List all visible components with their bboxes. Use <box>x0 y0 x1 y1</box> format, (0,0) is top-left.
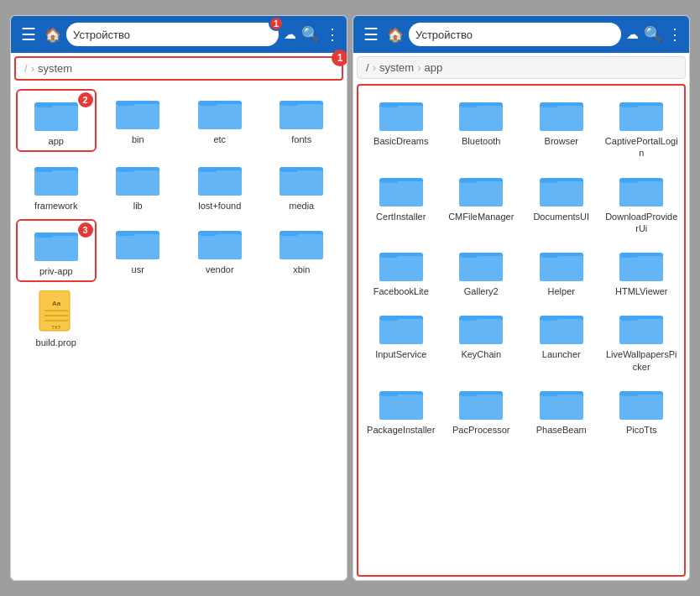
file-item-basicdreams[interactable]: BasicDreams <box>362 91 441 163</box>
svg-rect-34 <box>279 234 323 259</box>
right-panel: ☰ 🏠 Устройство ✕ ☁ 🔍 ⋮ / › system › app … <box>353 15 690 581</box>
svg-rect-92 <box>379 395 423 420</box>
file-item-picotts[interactable]: PicoTts <box>603 379 682 439</box>
file-item-inputservice[interactable]: InputService <box>362 304 441 376</box>
svg-text:TXT: TXT <box>51 325 61 330</box>
file-item-certinstaller[interactable]: CertInstaller <box>362 166 441 238</box>
usr-label: usr <box>132 264 144 275</box>
file-item-vendor[interactable]: vendor <box>180 219 260 282</box>
svg-rect-26 <box>36 233 53 238</box>
right-breadcrumb-pill[interactable]: Устройство ✕ <box>409 23 621 46</box>
bluetooth-label: Bluetooth <box>462 135 500 147</box>
right-hamburger-icon[interactable]: ☰ <box>360 23 382 46</box>
left-path-badge: 1 <box>332 50 347 66</box>
file-item-buildprop[interactable]: Aa TXT build.prop <box>16 285 97 352</box>
file-item-app[interactable]: 2 app <box>16 89 97 152</box>
file-item-cmfilemanager[interactable]: CMFileManager <box>442 166 521 238</box>
file-item-bin[interactable]: bin <box>98 89 179 152</box>
framework-folder-icon <box>34 160 78 197</box>
left-close-icon[interactable]: ✕ <box>130 29 139 41</box>
picotts-folder-icon <box>619 384 663 421</box>
file-item-phasebeam[interactable]: PhaseBeam <box>522 379 601 439</box>
svg-rect-84 <box>461 316 478 321</box>
file-item-facebooklite[interactable]: FacebookLite <box>362 241 441 301</box>
svg-rect-60 <box>461 178 478 183</box>
file-item-pacprocessor[interactable]: PacProcessor <box>442 379 521 439</box>
svg-rect-71 <box>459 256 503 281</box>
file-item-framework[interactable]: framework <box>16 155 97 215</box>
livewallpaperspicker-label: LiveWallpapersPicker <box>604 348 680 373</box>
certinstaller-folder-icon <box>379 171 423 208</box>
file-item-lostfound[interactable]: lost+found <box>180 155 260 215</box>
right-close-icon[interactable]: ✕ <box>473 29 482 41</box>
file-item-xbin[interactable]: xbin <box>262 219 342 282</box>
file-item-media[interactable]: media <box>262 155 342 215</box>
svg-rect-95 <box>459 395 503 420</box>
svg-rect-68 <box>379 256 423 281</box>
picotts-label: PicoTts <box>626 424 657 436</box>
media-label: media <box>289 200 314 212</box>
svg-rect-5 <box>118 101 134 106</box>
file-item-helper[interactable]: Helper <box>522 241 601 301</box>
right-path-root: / <box>366 61 369 74</box>
hamburger-icon[interactable]: ☰ <box>18 23 39 46</box>
file-item-captiveportallogin[interactable]: CaptivePortalLogin <box>603 91 682 163</box>
file-item-livewallpaperspicker[interactable]: LiveWallpapersPicker <box>603 304 682 376</box>
file-item-browser[interactable]: Browser <box>522 91 601 163</box>
svg-rect-77 <box>619 256 663 281</box>
file-item-launcher[interactable]: Launcher <box>522 304 601 376</box>
file-item-packageinstaller[interactable]: PackageInstaller <box>362 379 441 439</box>
right-breadcrumb-text: Устройство <box>415 29 473 41</box>
svg-rect-13 <box>34 170 78 196</box>
left-path-root: / <box>24 62 28 75</box>
file-item-bluetooth[interactable]: Bluetooth <box>442 91 521 163</box>
svg-rect-35 <box>281 231 298 236</box>
svg-rect-66 <box>621 178 638 183</box>
left-breadcrumb-pill[interactable]: Устройство ✕ 1 <box>66 23 279 46</box>
right-path-bar: / › system › app <box>357 56 686 79</box>
svg-rect-75 <box>541 253 558 258</box>
svg-rect-101 <box>619 395 663 420</box>
app-folder-icon <box>34 96 78 133</box>
svg-rect-89 <box>619 319 663 344</box>
etc-folder-icon <box>198 94 242 131</box>
keychain-label: KeyChain <box>461 348 501 360</box>
file-item-htmlviewer[interactable]: HTMLViewer <box>603 241 682 301</box>
left-search-icon[interactable]: 🔍 <box>301 25 320 44</box>
vendor-folder-icon <box>198 224 242 261</box>
inputservice-folder-icon <box>379 309 423 346</box>
file-item-etc[interactable]: etc <box>180 89 260 152</box>
svg-rect-2 <box>36 102 53 107</box>
svg-rect-44 <box>379 106 423 131</box>
file-item-usr[interactable]: usr <box>98 219 179 282</box>
app-badge: 2 <box>78 92 93 107</box>
home-icon[interactable]: 🏠 <box>44 27 61 43</box>
svg-rect-31 <box>198 234 242 259</box>
svg-rect-25 <box>34 236 78 261</box>
svg-rect-48 <box>461 102 478 107</box>
right-home-icon[interactable]: 🏠 <box>387 27 404 43</box>
facebooklite-label: FacebookLite <box>374 285 429 297</box>
phasebeam-label: PhaseBeam <box>536 424 587 436</box>
file-item-privapp[interactable]: 3 priv-app <box>16 219 97 282</box>
file-item-gallery2[interactable]: Gallery2 <box>442 241 521 301</box>
left-toolbar-badge: 1 <box>269 16 284 31</box>
svg-rect-47 <box>459 106 503 131</box>
bin-folder-icon <box>116 94 159 131</box>
svg-rect-72 <box>461 253 478 258</box>
right-more-icon[interactable]: ⋮ <box>667 25 682 44</box>
pacprocessor-folder-icon <box>459 384 503 421</box>
left-more-icon[interactable]: ⋮ <box>325 25 340 44</box>
svg-rect-7 <box>198 104 242 129</box>
file-item-documentsui[interactable]: DocumentsUI <box>522 166 601 238</box>
file-item-keychain[interactable]: KeyChain <box>442 304 521 376</box>
svg-rect-14 <box>36 167 53 172</box>
right-search-icon[interactable]: 🔍 <box>644 25 662 44</box>
file-item-lib[interactable]: lib <box>98 155 179 215</box>
file-item-downloadproviderui[interactable]: DownloadProviderUi <box>603 166 682 238</box>
right-file-grid: BasicDreams Bluetooth Browser CaptivePor… <box>357 84 686 577</box>
file-item-fonts[interactable]: fonts <box>262 89 342 152</box>
svg-rect-1 <box>34 106 78 131</box>
phasebeam-folder-icon <box>540 384 583 421</box>
launcher-label: Launcher <box>542 348 581 360</box>
